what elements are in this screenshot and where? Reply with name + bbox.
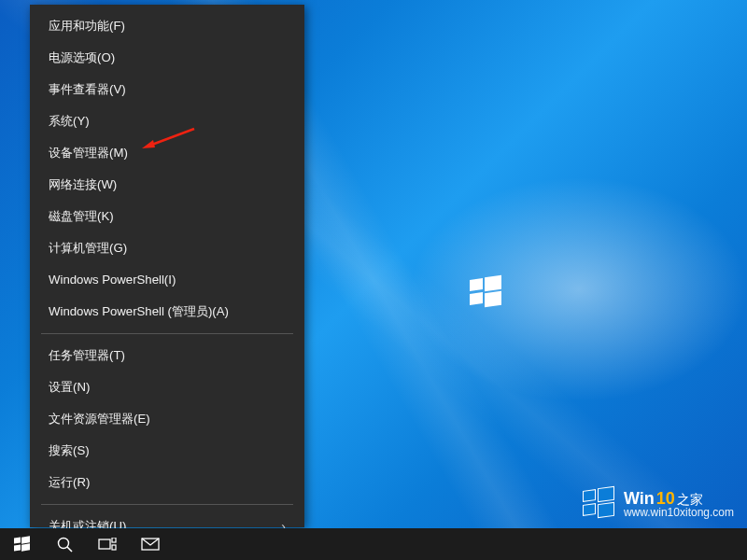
windows-logo-icon <box>470 276 501 308</box>
watermark-url: www.win10xitong.com <box>624 507 734 518</box>
menu-item-label: 设置(N) <box>49 371 90 403</box>
menu-item-label: 电源选项(O) <box>49 42 115 74</box>
taskbar-search-button[interactable] <box>43 528 86 560</box>
taskbar-taskview-button[interactable] <box>86 528 129 560</box>
start-button[interactable] <box>0 528 43 560</box>
menu-item-settings[interactable]: 设置(N) <box>30 371 304 403</box>
menu-item-system[interactable]: 系统(Y) <box>30 105 304 137</box>
menu-item-label: 系统(Y) <box>49 105 90 137</box>
menu-item-label: 搜索(S) <box>49 435 90 467</box>
menu-item-powershell[interactable]: Windows PowerShell(I) <box>30 264 304 296</box>
taskbar <box>0 528 747 560</box>
menu-item-label: 磁盘管理(K) <box>49 201 114 232</box>
menu-item-run[interactable]: 运行(R) <box>30 467 304 498</box>
taskbar-mail-button[interactable] <box>129 528 172 560</box>
mail-icon <box>141 538 160 551</box>
menu-item-label: 计算机管理(G) <box>49 232 127 264</box>
menu-item-apps-features[interactable]: 应用和功能(F) <box>30 10 304 42</box>
winx-context-menu: 应用和功能(F) 电源选项(O) 事件查看器(V) 系统(Y) 设备管理器(M)… <box>30 5 304 527</box>
watermark: Win 10 之家 www.win10xitong.com <box>583 487 734 521</box>
menu-separator <box>41 333 293 334</box>
svg-rect-6 <box>112 545 116 550</box>
menu-item-label: 事件查看器(V) <box>49 74 126 105</box>
search-icon <box>57 537 73 553</box>
menu-item-power-options[interactable]: 电源选项(O) <box>30 42 304 74</box>
menu-item-event-viewer[interactable]: 事件查看器(V) <box>30 74 304 105</box>
menu-item-disk-management[interactable]: 磁盘管理(K) <box>30 201 304 232</box>
menu-item-search[interactable]: 搜索(S) <box>30 435 304 467</box>
svg-point-2 <box>58 538 68 548</box>
menu-separator <box>41 504 293 505</box>
menu-item-label: 应用和功能(F) <box>49 10 125 42</box>
menu-item-label: 文件资源管理器(E) <box>49 403 150 435</box>
menu-item-label: 网络连接(W) <box>49 169 117 201</box>
menu-item-file-explorer[interactable]: 文件资源管理器(E) <box>30 403 304 435</box>
menu-item-network-connections[interactable]: 网络连接(W) <box>30 169 304 201</box>
svg-line-3 <box>67 547 72 552</box>
menu-item-device-manager[interactable]: 设备管理器(M) <box>30 137 304 169</box>
menu-item-label: Windows PowerShell(I) <box>49 264 176 296</box>
watermark-brand-win: Win <box>624 490 655 507</box>
menu-item-label: 设备管理器(M) <box>49 137 128 169</box>
svg-rect-4 <box>99 539 110 549</box>
svg-rect-5 <box>112 538 116 542</box>
menu-item-task-manager[interactable]: 任务管理器(T) <box>30 340 304 371</box>
windows-logo-icon <box>14 537 30 553</box>
windows-logo-icon <box>583 487 616 521</box>
menu-item-label: Windows PowerShell (管理员)(A) <box>49 296 229 328</box>
menu-item-label: 任务管理器(T) <box>49 340 125 371</box>
watermark-brand-zhijia: 之家 <box>677 493 703 506</box>
watermark-brand-10: 10 <box>656 490 675 507</box>
menu-item-computer-management[interactable]: 计算机管理(G) <box>30 232 304 264</box>
taskview-icon <box>98 538 117 551</box>
menu-item-label: 运行(R) <box>49 467 90 498</box>
menu-item-powershell-admin[interactable]: Windows PowerShell (管理员)(A) <box>30 296 304 328</box>
